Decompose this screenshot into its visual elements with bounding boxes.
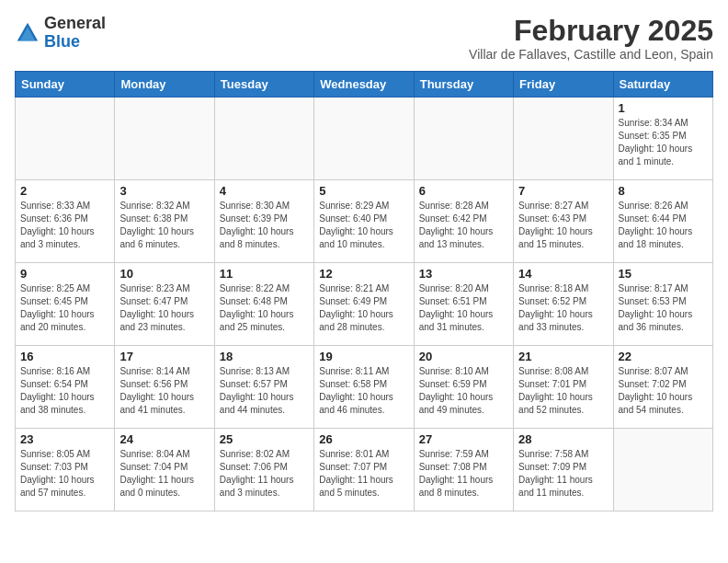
day-info: Sunrise: 8:29 AM Sunset: 6:40 PM Dayligh… — [319, 200, 408, 251]
day-number: 20 — [419, 350, 508, 363]
calendar-cell: 2Sunrise: 8:33 AM Sunset: 6:36 PM Daylig… — [16, 180, 115, 263]
day-number: 17 — [119, 350, 209, 363]
calendar-cell — [214, 98, 313, 180]
day-header-thursday: Thursday — [414, 72, 513, 98]
calendar-subtitle: Villar de Fallaves, Castille and Leon, S… — [469, 47, 713, 62]
week-row-2: 2Sunrise: 8:33 AM Sunset: 6:36 PM Daylig… — [16, 180, 713, 263]
calendar-cell: 15Sunrise: 8:17 AM Sunset: 6:53 PM Dayli… — [613, 263, 712, 346]
calendar-cell: 11Sunrise: 8:22 AM Sunset: 6:48 PM Dayli… — [214, 263, 313, 346]
day-info: Sunrise: 8:25 AM Sunset: 6:45 PM Dayligh… — [20, 282, 109, 334]
day-info: Sunrise: 8:04 AM Sunset: 7:04 PM Dayligh… — [119, 448, 209, 500]
calendar-header: SundayMondayTuesdayWednesdayThursdayFrid… — [16, 72, 713, 98]
calendar-cell: 5Sunrise: 8:29 AM Sunset: 6:40 PM Daylig… — [314, 180, 414, 263]
day-info: Sunrise: 7:59 AM Sunset: 7:08 PM Dayligh… — [419, 448, 508, 500]
calendar-cell — [613, 429, 712, 511]
calendar-cell: 22Sunrise: 8:07 AM Sunset: 7:02 PM Dayli… — [613, 346, 712, 429]
day-info: Sunrise: 8:32 AM Sunset: 6:38 PM Dayligh… — [119, 200, 209, 251]
logo-icon — [15, 20, 40, 46]
day-number: 4 — [220, 184, 309, 198]
day-info: Sunrise: 8:07 AM Sunset: 7:02 PM Dayligh… — [619, 365, 708, 417]
calendar-cell: 1Sunrise: 8:34 AM Sunset: 6:35 PM Daylig… — [613, 98, 712, 180]
day-info: Sunrise: 8:27 AM Sunset: 6:43 PM Dayligh… — [518, 200, 608, 251]
calendar-cell — [514, 98, 613, 180]
day-info: Sunrise: 8:17 AM Sunset: 6:53 PM Dayligh… — [619, 282, 708, 334]
day-header-friday: Friday — [514, 72, 613, 98]
day-info: Sunrise: 8:28 AM Sunset: 6:42 PM Dayligh… — [419, 200, 508, 251]
calendar-cell: 13Sunrise: 8:20 AM Sunset: 6:51 PM Dayli… — [414, 263, 513, 346]
day-info: Sunrise: 8:16 AM Sunset: 6:54 PM Dayligh… — [20, 365, 109, 417]
day-header-sunday: Sunday — [16, 72, 115, 98]
day-number: 6 — [419, 184, 508, 198]
calendar-cell: 24Sunrise: 8:04 AM Sunset: 7:04 PM Dayli… — [115, 429, 214, 511]
logo-blue-text: Blue — [44, 33, 106, 52]
day-number: 13 — [419, 267, 508, 281]
day-header-monday: Monday — [115, 72, 214, 98]
calendar-body: 1Sunrise: 8:34 AM Sunset: 6:35 PM Daylig… — [16, 98, 713, 511]
day-number: 2 — [20, 184, 109, 198]
day-info: Sunrise: 8:33 AM Sunset: 6:36 PM Dayligh… — [20, 200, 109, 251]
day-number: 11 — [220, 267, 309, 281]
day-info: Sunrise: 8:05 AM Sunset: 7:03 PM Dayligh… — [20, 448, 109, 500]
day-header-wednesday: Wednesday — [314, 72, 414, 98]
calendar-cell: 16Sunrise: 8:16 AM Sunset: 6:54 PM Dayli… — [16, 346, 115, 429]
logo: General Blue — [15, 15, 106, 52]
calendar-cell: 26Sunrise: 8:01 AM Sunset: 7:07 PM Dayli… — [314, 429, 414, 511]
header: General Blue February 2025 Villar de Fal… — [15, 15, 713, 62]
day-number: 9 — [20, 267, 109, 281]
calendar-cell: 27Sunrise: 7:59 AM Sunset: 7:08 PM Dayli… — [414, 429, 513, 511]
calendar-cell: 21Sunrise: 8:08 AM Sunset: 7:01 PM Dayli… — [514, 346, 613, 429]
day-number: 7 — [518, 184, 608, 198]
day-number: 5 — [319, 184, 408, 198]
day-number: 28 — [518, 432, 608, 446]
calendar-cell: 8Sunrise: 8:26 AM Sunset: 6:44 PM Daylig… — [613, 180, 712, 263]
day-info: Sunrise: 8:21 AM Sunset: 6:49 PM Dayligh… — [319, 282, 408, 334]
week-row-3: 9Sunrise: 8:25 AM Sunset: 6:45 PM Daylig… — [16, 263, 713, 346]
day-info: Sunrise: 8:13 AM Sunset: 6:57 PM Dayligh… — [220, 365, 309, 417]
day-number: 3 — [119, 184, 209, 198]
calendar-cell: 18Sunrise: 8:13 AM Sunset: 6:57 PM Dayli… — [214, 346, 313, 429]
day-info: Sunrise: 8:14 AM Sunset: 6:56 PM Dayligh… — [119, 365, 209, 417]
day-info: Sunrise: 8:20 AM Sunset: 6:51 PM Dayligh… — [419, 282, 508, 334]
day-number: 26 — [319, 432, 408, 446]
day-info: Sunrise: 7:58 AM Sunset: 7:09 PM Dayligh… — [518, 448, 608, 500]
calendar-cell: 10Sunrise: 8:23 AM Sunset: 6:47 PM Dayli… — [115, 263, 214, 346]
day-info: Sunrise: 8:10 AM Sunset: 6:59 PM Dayligh… — [419, 365, 508, 417]
day-info: Sunrise: 8:08 AM Sunset: 7:01 PM Dayligh… — [518, 365, 608, 417]
title-area: February 2025 Villar de Fallaves, Castil… — [469, 15, 713, 62]
day-number: 19 — [319, 350, 408, 363]
week-row-1: 1Sunrise: 8:34 AM Sunset: 6:35 PM Daylig… — [16, 98, 713, 180]
day-number: 10 — [119, 267, 209, 281]
day-number: 14 — [518, 267, 608, 281]
day-header-tuesday: Tuesday — [214, 72, 313, 98]
day-info: Sunrise: 8:22 AM Sunset: 6:48 PM Dayligh… — [220, 282, 309, 334]
week-row-4: 16Sunrise: 8:16 AM Sunset: 6:54 PM Dayli… — [16, 346, 713, 429]
day-info: Sunrise: 8:30 AM Sunset: 6:39 PM Dayligh… — [220, 200, 309, 251]
day-info: Sunrise: 8:02 AM Sunset: 7:06 PM Dayligh… — [220, 448, 309, 500]
day-number: 27 — [419, 432, 508, 446]
calendar-cell: 23Sunrise: 8:05 AM Sunset: 7:03 PM Dayli… — [16, 429, 115, 511]
calendar-cell — [414, 98, 513, 180]
calendar-cell: 12Sunrise: 8:21 AM Sunset: 6:49 PM Dayli… — [314, 263, 414, 346]
logo-text: General Blue — [44, 15, 106, 52]
day-number: 22 — [619, 350, 708, 363]
calendar-cell: 19Sunrise: 8:11 AM Sunset: 6:58 PM Dayli… — [314, 346, 414, 429]
day-number: 16 — [20, 350, 109, 363]
calendar-title: February 2025 — [469, 15, 713, 47]
calendar-cell: 25Sunrise: 8:02 AM Sunset: 7:06 PM Dayli… — [214, 429, 313, 511]
day-info: Sunrise: 8:18 AM Sunset: 6:52 PM Dayligh… — [518, 282, 608, 334]
header-row: SundayMondayTuesdayWednesdayThursdayFrid… — [16, 72, 713, 98]
day-number: 1 — [619, 101, 708, 115]
day-info: Sunrise: 8:01 AM Sunset: 7:07 PM Dayligh… — [319, 448, 408, 500]
day-number: 23 — [20, 432, 109, 446]
calendar-cell — [115, 98, 214, 180]
day-number: 8 — [619, 184, 708, 198]
calendar-table: SundayMondayTuesdayWednesdayThursdayFrid… — [15, 71, 713, 511]
day-number: 12 — [319, 267, 408, 281]
day-number: 24 — [119, 432, 209, 446]
calendar-cell: 4Sunrise: 8:30 AM Sunset: 6:39 PM Daylig… — [214, 180, 313, 263]
day-info: Sunrise: 8:26 AM Sunset: 6:44 PM Dayligh… — [619, 200, 708, 251]
logo-general-text: General — [44, 15, 106, 33]
calendar-cell: 6Sunrise: 8:28 AM Sunset: 6:42 PM Daylig… — [414, 180, 513, 263]
day-info: Sunrise: 8:23 AM Sunset: 6:47 PM Dayligh… — [119, 282, 209, 334]
day-number: 15 — [619, 267, 708, 281]
